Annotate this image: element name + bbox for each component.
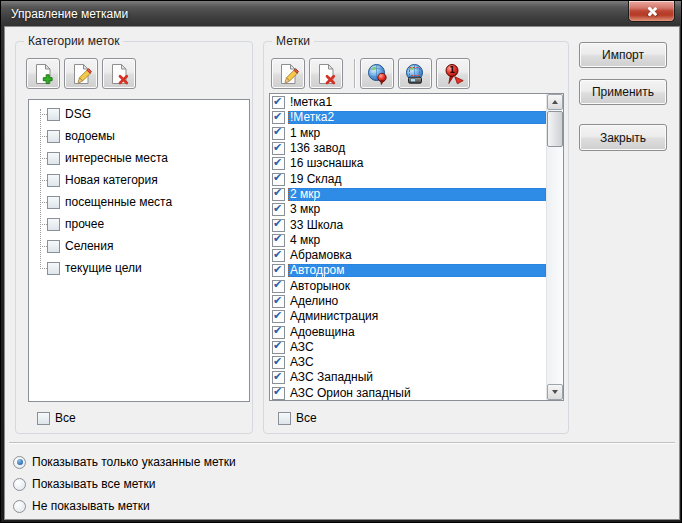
label-row[interactable]: Аделино bbox=[270, 294, 546, 309]
label-row[interactable]: 136 завод bbox=[270, 141, 546, 156]
category-row[interactable]: прочее bbox=[29, 213, 249, 235]
label-text: 2 мкр bbox=[288, 188, 546, 201]
categories-all-checkbox[interactable] bbox=[37, 412, 50, 425]
label-text: Автодром bbox=[288, 264, 546, 277]
label-row[interactable]: АЗС bbox=[270, 355, 546, 370]
categories-groupbox: Категории меток DSG bbox=[15, 41, 253, 434]
label-row[interactable]: АЗС Орион западный bbox=[270, 386, 546, 401]
label-row[interactable]: Автодром bbox=[270, 263, 546, 278]
label-row[interactable]: АЗС Западный bbox=[270, 370, 546, 385]
categories-all-row[interactable]: Все bbox=[37, 411, 76, 425]
label-row[interactable]: Адоевщина bbox=[270, 324, 546, 339]
delete-document-icon bbox=[108, 63, 130, 85]
scroll-up-button[interactable] bbox=[547, 94, 563, 110]
label-row[interactable]: 19 Склад bbox=[270, 171, 546, 186]
category-checkbox[interactable] bbox=[47, 108, 60, 121]
label-checkbox[interactable] bbox=[272, 188, 285, 201]
category-row[interactable]: DSG bbox=[29, 103, 249, 125]
import-button[interactable]: Импорт bbox=[579, 42, 667, 68]
label-checkbox[interactable] bbox=[272, 203, 285, 216]
display-option-row[interactable]: Не показывать метки bbox=[13, 495, 236, 517]
label-row[interactable]: 3 мкр bbox=[270, 202, 546, 217]
toolbar-separator bbox=[354, 59, 355, 88]
category-checkbox[interactable] bbox=[47, 218, 60, 231]
category-checkbox[interactable] bbox=[47, 174, 60, 187]
display-option-row[interactable]: Показывать только указанные метки bbox=[13, 451, 236, 473]
category-row[interactable]: посещенные места bbox=[29, 191, 249, 213]
category-checkbox[interactable] bbox=[47, 152, 60, 165]
show-on-map-button[interactable] bbox=[360, 58, 394, 89]
labels-all-checkbox[interactable] bbox=[278, 412, 291, 425]
category-checkbox[interactable] bbox=[47, 240, 60, 253]
label-row[interactable]: 2 мкр bbox=[270, 187, 546, 202]
labels-list[interactable]: !метка1 !Метка2 1 мкр bbox=[269, 93, 564, 401]
label-checkbox[interactable] bbox=[272, 249, 285, 262]
label-row[interactable]: 33 Школа bbox=[270, 217, 546, 232]
delete-label-button[interactable] bbox=[309, 58, 343, 89]
export-to-device-button[interactable] bbox=[398, 58, 432, 89]
label-checkbox[interactable] bbox=[272, 142, 285, 155]
tree-branch-line bbox=[40, 136, 47, 137]
label-checkbox[interactable] bbox=[272, 326, 285, 339]
category-row[interactable]: водоемы bbox=[29, 125, 249, 147]
category-checkbox[interactable] bbox=[47, 196, 60, 209]
edit-category-button[interactable] bbox=[64, 58, 98, 89]
scroll-thumb[interactable] bbox=[547, 111, 563, 147]
categories-all-label: Все bbox=[55, 411, 76, 425]
label-checkbox[interactable] bbox=[272, 173, 285, 186]
category-row[interactable]: Селения bbox=[29, 235, 249, 257]
label-checkbox[interactable] bbox=[272, 96, 285, 109]
label-checkbox[interactable] bbox=[272, 234, 285, 247]
display-option-row[interactable]: Показывать все метки bbox=[13, 473, 236, 495]
edit-label-button[interactable] bbox=[271, 58, 305, 89]
category-row[interactable]: интересные места bbox=[29, 147, 249, 169]
label-checkbox[interactable] bbox=[272, 310, 285, 323]
label-checkbox[interactable] bbox=[272, 127, 285, 140]
label-checkbox[interactable] bbox=[272, 371, 285, 384]
label-checkbox[interactable] bbox=[272, 280, 285, 293]
category-label: Селения bbox=[65, 239, 113, 253]
label-text: Абрамовка bbox=[288, 249, 546, 262]
labels-all-row[interactable]: Все bbox=[278, 411, 317, 425]
label-row[interactable]: !Метка2 bbox=[270, 110, 546, 125]
label-checkbox[interactable] bbox=[272, 341, 285, 354]
tree-branch-line bbox=[40, 114, 47, 115]
label-row[interactable]: 16 шэснашка bbox=[270, 156, 546, 171]
category-checkbox[interactable] bbox=[47, 262, 60, 275]
label-checkbox[interactable] bbox=[272, 219, 285, 232]
scrollbar[interactable] bbox=[546, 94, 563, 400]
radio-button-icon[interactable] bbox=[13, 456, 26, 469]
goto-marker-button[interactable] bbox=[436, 58, 470, 89]
radio-button-icon[interactable] bbox=[13, 478, 26, 491]
scroll-down-button[interactable] bbox=[547, 384, 563, 400]
delete-category-button[interactable] bbox=[102, 58, 136, 89]
labels-groupbox: Метки ! bbox=[263, 41, 569, 434]
label-checkbox[interactable] bbox=[272, 111, 285, 124]
display-option-label: Показывать только указанные метки bbox=[32, 455, 236, 469]
label-row[interactable]: Администрация bbox=[270, 309, 546, 324]
titlebar[interactable]: Управление метками bbox=[1, 1, 681, 27]
label-checkbox[interactable] bbox=[272, 264, 285, 277]
category-row[interactable]: Новая категория bbox=[29, 169, 249, 191]
radio-button-icon[interactable] bbox=[13, 500, 26, 513]
label-text: 3 мкр bbox=[288, 203, 546, 216]
categories-list[interactable]: DSG водоемы интересные места bbox=[28, 99, 250, 402]
apply-button[interactable]: Применить bbox=[579, 79, 667, 105]
label-checkbox[interactable] bbox=[272, 157, 285, 170]
label-checkbox[interactable] bbox=[272, 356, 285, 369]
label-row[interactable]: 1 мкр bbox=[270, 126, 546, 141]
category-row[interactable]: текущие цели bbox=[29, 257, 249, 279]
category-checkbox[interactable] bbox=[47, 130, 60, 143]
label-row[interactable]: 4 мкр bbox=[270, 233, 546, 248]
close-button[interactable] bbox=[628, 1, 675, 22]
label-checkbox[interactable] bbox=[272, 295, 285, 308]
globe-device-icon bbox=[404, 63, 426, 85]
label-checkbox[interactable] bbox=[272, 387, 285, 400]
label-row[interactable]: Авторынок bbox=[270, 279, 546, 294]
close-dialog-button[interactable]: Закрыть bbox=[579, 124, 667, 151]
add-category-button[interactable] bbox=[26, 58, 60, 89]
label-row[interactable]: АЗС bbox=[270, 340, 546, 355]
label-row[interactable]: Абрамовка bbox=[270, 248, 546, 263]
label-row[interactable]: !метка1 bbox=[270, 95, 546, 110]
label-text: 136 завод bbox=[288, 142, 546, 155]
